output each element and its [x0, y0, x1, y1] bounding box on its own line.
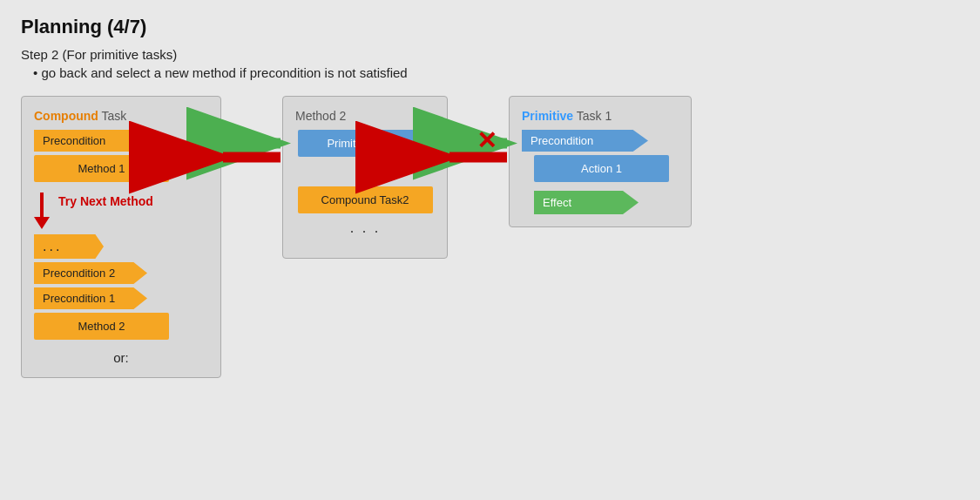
method2-dots: · · · — [349, 222, 380, 240]
primitive-task1-rect: Primitive Task1 — [298, 130, 433, 157]
compound-label-colored: Compound — [34, 109, 98, 123]
red-down-arrow — [34, 193, 50, 229]
boxes-row: Compound Task Precondition Method 1 Try … — [21, 96, 959, 378]
method2-title: Method 2 — [295, 109, 435, 123]
method2-box: Method 2 Primitive Task1 Compound Task2 … — [282, 96, 448, 259]
method1-rect: Method 1 — [34, 155, 169, 182]
bullet-text: • go back and select a new method if pre… — [33, 65, 959, 80]
primitive-precondition-tag: Precondition — [522, 130, 648, 152]
dots-tag: ... — [34, 234, 104, 259]
red-x-icon: ✕ — [476, 129, 497, 153]
method2-rect-compound: Method 2 — [34, 313, 169, 340]
precondition3-tag: Precondition 1 — [34, 287, 147, 309]
try-next-label: Try Next Method — [58, 194, 153, 208]
compound-task-title: Compound Task — [34, 109, 208, 123]
primitive-task-inner: Precondition Action 1 Effect — [522, 130, 679, 214]
step-label: Step 2 (For primitive tasks) — [21, 47, 959, 62]
method2-inner: Primitive Task1 Compound Task2 · · · — [295, 130, 435, 246]
primitive-label: Task 1 — [577, 109, 612, 123]
compound-task-inner: Precondition Method 1 Try Next Method ..… — [34, 130, 208, 343]
compound-task-box: Compound Task Precondition Method 1 Try … — [21, 96, 221, 378]
black-down-arrow1 — [360, 162, 370, 185]
diagram: Compound Task Precondition Method 1 Try … — [21, 96, 959, 378]
primitive-label-colored: Primitive — [522, 109, 573, 123]
action1-rect: Action 1 — [534, 155, 669, 182]
page-title: Planning (4/7) — [21, 16, 959, 38]
precondition-tag: Precondition — [34, 130, 147, 152]
primitive-task-box: Primitive Task 1 Precondition Action 1 E… — [509, 96, 692, 227]
compound-label: Task — [102, 109, 127, 123]
precondition2-tag: Precondition 2 — [34, 262, 147, 284]
compound-task2-rect: Compound Task2 — [298, 186, 433, 213]
or-label: or: — [34, 350, 208, 365]
effect-tag: Effect — [534, 191, 639, 214]
primitive-task-title: Primitive Task 1 — [522, 109, 679, 123]
